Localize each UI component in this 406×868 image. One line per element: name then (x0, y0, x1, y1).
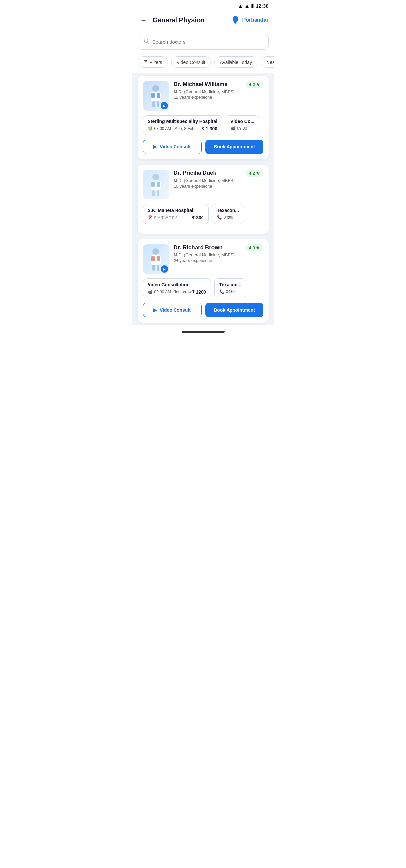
video-badge-3: ▶ (161, 265, 168, 273)
slot-time-3-1: 📞 04:00 (219, 289, 236, 294)
slot-title-1-1: Video Co... (231, 119, 254, 124)
doctor-name-row-1: Dr. Michael Williams 4.2 ★ (174, 81, 263, 88)
slot-title-2-0: S.K. Maheta Hospital (148, 208, 204, 213)
signal-icon: ▲ (244, 3, 250, 9)
doctor-name-3: Dr. RIchard Brown (174, 244, 223, 251)
avatar-richard-brown: ▶ (143, 244, 169, 274)
doctor-name-2: Dr. Pricilia Duek (174, 170, 216, 177)
svg-rect-17 (157, 190, 160, 196)
svg-point-12 (152, 174, 159, 180)
svg-rect-9 (157, 93, 161, 98)
hospital-icon: 🌿 (148, 126, 153, 131)
book-appointment-button-3[interactable]: Book Appointment (205, 303, 263, 317)
video-badge-1: ▶ (161, 102, 168, 109)
action-buttons-3: ▶ Video Consult Book Appointment (143, 303, 263, 317)
slot-details-3-0: 📹 09:30 AM · Tomorrow ₹ 1200 (148, 289, 206, 294)
days-row-2-0: 📅 S M T W T F S (148, 215, 178, 220)
doctor-experience-1: 12 years experiecne (174, 95, 263, 100)
doctor-experience-3: 24 years experiecne (174, 258, 263, 263)
slots-row-2: S.K. Maheta Hospital 📅 S M T W T F S ₹ 8… (143, 204, 263, 224)
slot-title-3-1: Texacon... (219, 282, 241, 287)
svg-rect-15 (157, 182, 161, 187)
doctor-degree-1: M.D. (General Medicine, MBBS) (174, 89, 263, 94)
svg-point-18 (152, 248, 159, 255)
video-icon-slot-3: 📹 (148, 290, 153, 294)
slot-price-2-0: ₹ 800 (192, 215, 203, 220)
svg-line-2 (147, 42, 148, 43)
doctor-degree-3: M.D. (General Medicine, MBBS) (174, 252, 263, 257)
doctor-info-1: Dr. Michael Williams 4.2 ★ M.D. (General… (174, 81, 263, 100)
svg-point-6 (152, 85, 159, 92)
slot-card-3-0[interactable]: Video Consultation 📹 09:30 AM · Tomorrow… (143, 278, 211, 298)
doctor-card-michael-williams: ▶ Dr. Michael Williams 4.2 ★ M.D. (Gener… (138, 76, 269, 159)
slots-row-3: Video Consultation 📹 09:30 AM · Tomorrow… (143, 278, 263, 298)
doctor-degree-2: M.D. (General Medicine, MBBS) (174, 178, 263, 183)
wifi-icon: ▲ (238, 3, 243, 9)
cards-container: ▶ Dr. Michael Williams 4.2 ★ M.D. (Gener… (133, 73, 274, 325)
video-consult-label: Video Consult (177, 60, 205, 65)
home-indicator (182, 331, 225, 333)
slot-card-2-1[interactable]: Texacon... 📞 04:00 (212, 204, 244, 224)
slot-card-3-1[interactable]: Texacon... 📞 04:00 (214, 278, 246, 298)
slot-time-2-1: 📞 04:00 (217, 215, 233, 220)
doctor-card-pricilia-duek: Dr. Pricilia Duek 4.2 ★ M.D. (General Me… (138, 164, 269, 234)
filter-chip-video-consult[interactable]: Video Consult (171, 56, 211, 68)
calendar-icon: 📅 (148, 215, 153, 220)
book-appointment-label-1: Book Appointment (214, 144, 255, 149)
svg-rect-16 (152, 190, 155, 196)
slot-card-1-0[interactable]: Sterling Multispeciality Hospital 🌿 08:0… (143, 115, 223, 135)
status-icons: ▲ ▲ ▮ (238, 3, 254, 9)
filter-chip-near-me[interactable]: Near Me (261, 56, 273, 68)
doctor-header-1: ▶ Dr. Michael Williams 4.2 ★ M.D. (Gener… (143, 81, 263, 111)
slot-title-3-0: Video Consultation (148, 282, 206, 287)
slot-title-1-0: Sterling Multispeciality Hospital (148, 119, 218, 124)
avatar-pricilia-duek (143, 170, 169, 199)
back-button[interactable]: ← (138, 14, 149, 26)
slot-time-1-1: 📹 09:30 (231, 126, 247, 131)
search-container (133, 30, 274, 54)
video-consult-icon-1: ▶ (153, 144, 157, 149)
filter-chip-filters[interactable]: Filters (138, 56, 168, 68)
svg-rect-10 (152, 101, 155, 107)
phone-icon-slot: 📞 (217, 215, 222, 220)
slot-card-2-0[interactable]: S.K. Maheta Hospital 📅 S M T W T F S ₹ 8… (143, 204, 209, 224)
status-bar: ▲ ▲ ▮ 12:30 (133, 0, 274, 10)
doctor-name-row-3: Dr. RIchard Brown 4.3 ★ (174, 244, 263, 251)
slot-time-text-2-1: 04:00 (224, 215, 233, 220)
days-text: S M T W T F S (154, 216, 178, 220)
svg-rect-11 (157, 101, 160, 107)
filter-row: Filters Video Consult Available Today Ne… (133, 54, 274, 73)
video-consult-label-3: Video Consult (160, 307, 191, 313)
search-icon (143, 38, 149, 45)
filters-icon (143, 59, 148, 65)
slot-time-3-0: 📹 09:30 AM · Tomorrow (148, 290, 192, 294)
svg-rect-8 (151, 93, 155, 98)
slot-details-2-0: 📅 S M T W T F S ₹ 800 (148, 215, 204, 220)
doctor-header-2: Dr. Pricilia Duek 4.2 ★ M.D. (General Me… (143, 170, 263, 199)
video-consult-label-1: Video Consult (160, 144, 191, 149)
header: ← General Physion Porbandar (133, 10, 274, 30)
rating-badge-2: 4.2 ★ (245, 170, 263, 177)
doctor-card-richard-brown: ▶ Dr. RIchard Brown 4.3 ★ M.D. (General … (138, 239, 269, 322)
location-button[interactable]: Porbandar (231, 16, 268, 25)
phone-icon-slot-3: 📞 (219, 289, 224, 294)
video-consult-button-3[interactable]: ▶ Video Consult (143, 303, 202, 317)
slot-time-1-0: 🌿 08:00 AM · Mon, 8 Feb (148, 126, 194, 131)
filter-chip-available-today[interactable]: Available Today (214, 56, 258, 68)
svg-rect-14 (151, 182, 155, 187)
slots-row-1: Sterling Multispeciality Hospital 🌿 08:0… (143, 115, 263, 135)
location-label: Porbandar (242, 17, 268, 23)
search-input[interactable] (152, 39, 263, 45)
status-time: 12:30 (256, 3, 268, 8)
book-appointment-button-1[interactable]: Book Appointment (205, 140, 263, 154)
doctor-experience-2: 10 years experiecne (174, 184, 263, 189)
video-consult-button-1[interactable]: ▶ Video Consult (143, 140, 202, 154)
slot-details-2-1: 📞 04:00 (217, 215, 239, 220)
search-box[interactable] (138, 34, 269, 50)
avatar-michael-williams: ▶ (143, 81, 169, 111)
slot-details-1-0: 🌿 08:00 AM · Mon, 8 Feb ₹ 1,300 (148, 126, 218, 131)
slot-card-1-1[interactable]: Video Co... 📹 09:30 (226, 115, 259, 135)
slot-time-text-1-0: 08:00 AM · Mon, 8 Feb (154, 126, 194, 131)
filters-label: Filters (150, 60, 162, 65)
slot-time-text-3-1: 04:00 (226, 289, 236, 294)
